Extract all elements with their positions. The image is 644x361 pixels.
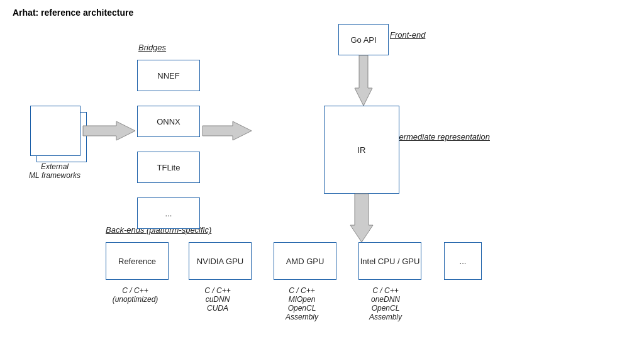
sublabel-nvidia: C / C++cuDNNCUDA: [180, 286, 255, 313]
page-title: Arhat: reference architecture: [13, 8, 133, 18]
box-dots-backend: ...: [444, 242, 482, 280]
arrow-ir-to-backends: [350, 194, 373, 242]
external-ml-label: ExternalML frameworks: [20, 162, 89, 180]
box-nvidia: NVIDIA GPU: [189, 242, 252, 280]
box-reference: Reference: [106, 242, 169, 280]
intermediate-label: Intermediate representation: [390, 132, 490, 142]
box-go-api: Go API: [338, 24, 389, 55]
arrow-goapi-to-ir: [355, 55, 372, 106]
box-dots-bridge: ...: [137, 197, 200, 229]
arrow-external-to-bridges: [83, 121, 135, 140]
box-amd: AMD GPU: [274, 242, 336, 280]
frontend-label: Front-end: [390, 30, 425, 40]
external-ml-front: [30, 106, 80, 156]
sublabel-reference: C / C++(unoptimized): [97, 286, 173, 304]
box-tflite: TFLite: [137, 152, 200, 183]
box-nnef: NNEF: [137, 60, 200, 91]
sublabel-amd: C / C++MIOpenOpenCLAssembly: [261, 286, 343, 321]
sublabel-intel: C / C++oneDNNOpenCLAssembly: [345, 286, 426, 321]
bridges-label: Bridges: [138, 43, 166, 52]
arrow-bridges-to-ir: [203, 121, 252, 140]
box-intel: Intel CPU / GPU: [358, 242, 421, 280]
box-ir: IR: [324, 106, 399, 194]
box-onnx: ONNX: [137, 106, 200, 137]
